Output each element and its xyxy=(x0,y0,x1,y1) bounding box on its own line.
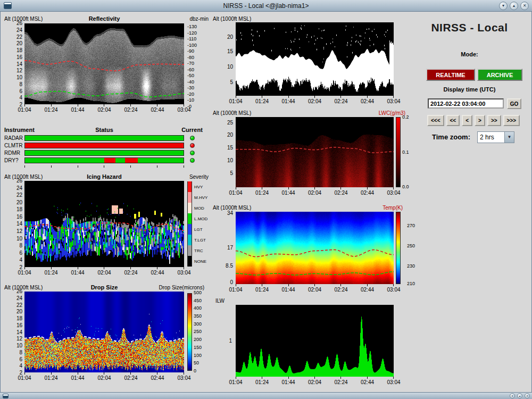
time-nav-button-3[interactable]: > xyxy=(475,115,485,126)
time-nav-button-2[interactable]: < xyxy=(462,115,472,126)
y-tick-label-6: 14 xyxy=(16,329,22,335)
lwc-y-axis: 252015105 xyxy=(219,117,233,187)
y-tick-label-9: 8 xyxy=(19,81,22,87)
y-tick-label-9: 8 xyxy=(19,243,22,248)
maximize-button[interactable]: ▴ xyxy=(510,2,518,10)
background-window-titlebar[interactable]: ▾ ▴ ✕ xyxy=(0,392,532,399)
colorbar-tick-label-4: 300 xyxy=(194,321,202,327)
x-tick-label-5: 02:44 xyxy=(148,375,167,381)
close-button[interactable]: ✕ xyxy=(520,2,529,10)
temperature-plot xyxy=(236,212,394,284)
icing-x-tickmarks xyxy=(24,267,184,269)
status-segment xyxy=(25,158,104,163)
archive-button[interactable]: ARCHIVE xyxy=(477,69,522,81)
tick-mark xyxy=(393,377,394,379)
background-app-icon xyxy=(3,394,9,398)
status-current-indicator xyxy=(190,143,195,148)
status-segment xyxy=(25,136,184,140)
colorbar-tick-label-3: 350 xyxy=(194,313,202,319)
y-tick-label-2: 22 xyxy=(16,192,22,198)
go-button[interactable]: GO xyxy=(507,98,521,109)
colorbar-tick-label-8: 100 xyxy=(194,353,202,359)
time-nav-button-5[interactable]: >>> xyxy=(503,115,520,126)
x-tick-label-5: 02:44 xyxy=(359,190,377,196)
x-tick-label-6: 03:04 xyxy=(385,287,403,293)
y-tick-label-3: 20 xyxy=(16,200,22,205)
display-time-input[interactable] xyxy=(428,98,504,109)
colorbar-tick-label-3: 210 xyxy=(407,281,415,286)
y-tick-label-1: 15 xyxy=(227,49,233,54)
time-nav-button-0[interactable]: <<< xyxy=(427,115,444,126)
x-tick-label-4: 02:24 xyxy=(122,375,140,381)
legend-label: HVY xyxy=(194,185,203,189)
legend-swatch xyxy=(187,245,192,256)
cloud-x-axis: 01:0401:2401:4402:0402:2402:4403:04 xyxy=(227,98,403,104)
x-tick-label-5: 02:44 xyxy=(359,98,377,104)
time-nav-button-1[interactable]: << xyxy=(446,115,460,126)
display-time-label: Display time (UTC) xyxy=(410,86,529,93)
dropsize-y-axis: 2624222018161412108642 xyxy=(6,288,22,376)
time-nav-button-4[interactable]: >> xyxy=(487,115,501,126)
colorbar-tick-label-0: 500 xyxy=(194,290,202,296)
icing-x-axis: 01:0401:2401:4402:0402:2402:4403:04 xyxy=(15,270,193,276)
x-tick-label-0: 01:04 xyxy=(15,375,34,381)
tick-mark xyxy=(51,104,52,106)
y-tick-label-4: 18 xyxy=(16,47,22,53)
dbz-tick-label-3: -100 xyxy=(187,43,197,48)
legend-item: L.MOD xyxy=(187,213,207,224)
status-segment xyxy=(115,158,125,163)
time-zoom-select[interactable]: 2 hrs ▼ xyxy=(477,131,514,143)
x-tick-label-3: 02:04 xyxy=(306,287,324,293)
dbz-tick-label-12: -10 xyxy=(187,97,194,103)
colorbar-tick-label-2: 230 xyxy=(407,263,415,269)
background-maximize-button[interactable]: ▴ xyxy=(517,393,522,398)
tick-mark xyxy=(314,284,315,286)
colorbar-tick-label-10: 0 xyxy=(194,368,196,374)
tick-mark xyxy=(262,377,262,379)
temp-x-tickmarks xyxy=(236,284,394,286)
status-current-header: Current xyxy=(176,127,209,133)
cloud-x-tickmarks xyxy=(236,96,394,98)
x-tick-label-3: 02:04 xyxy=(306,190,324,196)
tick-mark xyxy=(236,284,236,286)
dbz-tick-label-6: -70 xyxy=(187,61,194,66)
status-current-indicator xyxy=(190,151,195,155)
status-bar xyxy=(24,157,184,163)
legend-label: LGT xyxy=(194,227,203,232)
time-nav: <<<<<<>>>>>> xyxy=(427,115,520,126)
time-zoom-value: 2 hrs xyxy=(478,132,504,143)
dbz-tick-label-4: -90 xyxy=(187,48,194,54)
x-tick-label-2: 01:44 xyxy=(279,379,297,385)
tick-mark xyxy=(157,267,157,269)
colorbar-tick-label-5: 250 xyxy=(194,329,202,335)
minimize-button[interactable]: ▾ xyxy=(499,2,508,10)
ilw-plot xyxy=(236,305,394,377)
status-segment xyxy=(125,158,138,163)
background-minimize-button[interactable]: ▾ xyxy=(510,393,515,398)
icing-title: Icing Hazard xyxy=(24,173,184,180)
y-tick-label-11: 4 xyxy=(19,257,22,263)
tick-mark xyxy=(262,187,262,189)
x-tick-label-1: 01:24 xyxy=(42,107,60,113)
tick-mark xyxy=(314,377,315,379)
y-tick-label-10: 6 xyxy=(19,88,22,94)
tick-mark xyxy=(51,372,52,375)
dropsize-colorbar-axis: 500450400350300250200150100500 xyxy=(194,290,206,374)
status-instrument-label: RADAR xyxy=(4,135,23,141)
tick-mark xyxy=(340,96,341,98)
reflectivity-x-tickmarks xyxy=(24,104,184,106)
lwc-colorbar-axis: 0.20.10.0 xyxy=(402,114,415,190)
legend-label: T.LGT xyxy=(194,238,206,243)
lwc-right-label: LWC(g/m3) xyxy=(372,110,405,116)
x-tick-label-2: 01:44 xyxy=(69,270,87,276)
background-close-button[interactable]: ✕ xyxy=(525,393,530,398)
legend-item: LGT xyxy=(187,224,207,235)
chevron-down-icon[interactable]: ▼ xyxy=(504,132,514,143)
legend-swatch xyxy=(187,256,192,267)
status-row: DRY? xyxy=(0,157,209,164)
mode-label: Mode: xyxy=(410,51,529,57)
realtime-button[interactable]: REALTIME xyxy=(426,69,475,81)
tick-mark xyxy=(340,284,341,286)
y-tick-label-0: 25 xyxy=(227,120,233,126)
legend-label: L.MOD xyxy=(194,217,207,221)
